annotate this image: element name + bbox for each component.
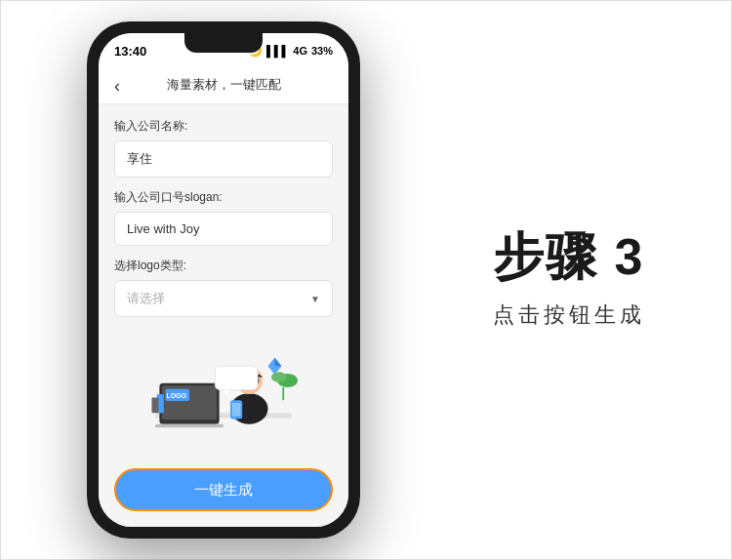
svg-marker-21 bbox=[224, 389, 230, 395]
generate-button-label: 一键生成 bbox=[194, 481, 253, 500]
status-time: 13:40 bbox=[114, 44, 146, 59]
slogan-label: 输入公司口号slogan: bbox=[114, 189, 333, 206]
logo-type-placeholder: 请选择 bbox=[127, 290, 165, 307]
battery-label: 33% bbox=[311, 45, 333, 57]
back-button[interactable]: ‹ bbox=[114, 76, 120, 97]
phone-inner: 13:40 🌙 ▌▌▌ 4G 33% ‹ 海量素材，一键匹配 输入公司名称: 享… bbox=[99, 33, 348, 527]
signal-icon: ▌▌▌ bbox=[266, 45, 289, 57]
page-wrapper: 13:40 🌙 ▌▌▌ 4G 33% ‹ 海量素材，一键匹配 输入公司名称: 享… bbox=[0, 0, 732, 560]
status-icons: 🌙 ▌▌▌ 4G 33% bbox=[249, 45, 333, 58]
svg-point-18 bbox=[271, 372, 287, 382]
phone-notch bbox=[184, 33, 263, 53]
network-label: 4G bbox=[293, 45, 307, 57]
company-name-input[interactable]: 享住 bbox=[114, 140, 333, 178]
company-name-label: 输入公司名称: bbox=[114, 118, 333, 135]
step-desc: 点击按钮生成 bbox=[493, 300, 645, 331]
header-title: 海量素材，一键匹配 bbox=[167, 76, 281, 94]
svg-rect-20 bbox=[215, 366, 258, 390]
illustration-svg: LOGO bbox=[136, 329, 311, 445]
generate-btn-wrapper: 一键生成 bbox=[99, 459, 348, 527]
phone-mockup: 13:40 🌙 ▌▌▌ 4G 33% ‹ 海量素材，一键匹配 输入公司名称: 享… bbox=[87, 21, 360, 539]
app-header: ‹ 海量素材，一键匹配 bbox=[99, 68, 348, 104]
generate-button[interactable]: 一键生成 bbox=[114, 468, 333, 511]
svg-rect-7 bbox=[152, 397, 159, 413]
svg-marker-16 bbox=[275, 357, 282, 366]
svg-rect-5 bbox=[155, 423, 224, 427]
step-title: 步骤 3 bbox=[493, 229, 644, 285]
illustration-area: LOGO bbox=[114, 329, 333, 445]
svg-text:LOGO: LOGO bbox=[166, 392, 186, 399]
chevron-down-icon: ▼ bbox=[310, 294, 320, 304]
logo-type-label: 选择logo类型: bbox=[114, 258, 333, 274]
svg-rect-14 bbox=[232, 402, 241, 416]
logo-type-select[interactable]: 请选择 ▼ bbox=[114, 280, 333, 317]
app-content: 输入公司名称: 享住 输入公司口号slogan: Live with Joy 选… bbox=[99, 104, 348, 459]
right-content: 步骤 3 点击按钮生成 bbox=[493, 229, 645, 331]
slogan-input[interactable]: Live with Joy bbox=[114, 212, 333, 246]
